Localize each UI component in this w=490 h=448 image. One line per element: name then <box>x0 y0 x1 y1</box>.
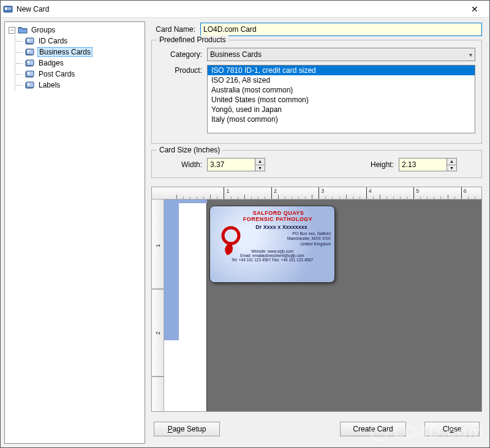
main-panel: Card Name: Predefined Products Category:… <box>149 18 489 447</box>
svg-rect-10 <box>26 49 34 54</box>
svg-rect-18 <box>26 71 34 77</box>
company-logo-icon <box>216 225 246 259</box>
card-type-icon <box>25 80 35 90</box>
svg-rect-1 <box>5 7 7 10</box>
cardsize-legend: Card Size (Inches) <box>157 146 222 154</box>
card-name-label: Card Name: <box>151 25 200 34</box>
card-type-icon <box>25 36 35 46</box>
svg-rect-15 <box>28 61 29 63</box>
tree-item-post-cards[interactable]: Post Cards <box>19 69 143 80</box>
predefined-legend: Predefined Products <box>157 35 228 44</box>
category-value: Business Cards <box>210 50 262 59</box>
ruler-v-1: 1 <box>152 202 164 289</box>
page-margin-top <box>179 200 207 203</box>
folder-icon <box>18 25 28 35</box>
sample-card[interactable]: SALFORD QUAYS FORENSIC PATHOLOGY Dr Xxxx… <box>209 206 335 283</box>
svg-rect-14 <box>26 60 34 65</box>
width-down-icon[interactable]: ▼ <box>255 165 265 171</box>
product-option[interactable]: Yongō, used in Japan <box>208 105 475 114</box>
sample-brand2: FORENSIC PATHOLOGY <box>225 216 331 222</box>
height-spinner[interactable]: ▲ ▼ <box>399 158 457 171</box>
category-select[interactable]: Business Cards ▾ <box>207 48 475 61</box>
svg-rect-11 <box>28 50 29 52</box>
card-type-icon <box>25 47 35 57</box>
width-label: Width: <box>158 160 207 169</box>
create-card-button[interactable]: Create Card <box>340 422 406 436</box>
tree-root-label: Groups <box>30 26 56 34</box>
app-icon <box>3 4 13 14</box>
titlebar: New Card ✕ <box>1 1 489 18</box>
vertical-ruler: 1 2 <box>152 200 164 411</box>
height-up-icon[interactable]: ▲ <box>447 159 456 165</box>
preview-canvas[interactable]: SALFORD QUAYS FORENSIC PATHOLOGY Dr Xxxx… <box>164 200 481 411</box>
height-label: Height: <box>362 160 399 169</box>
tree-item-label: ID Cards <box>37 37 69 45</box>
page-setup-button[interactable]: Page Setup <box>154 422 220 436</box>
ruler-v-2: 2 <box>152 289 164 377</box>
category-label: Category: <box>158 50 207 59</box>
group-tree: − Groups ID CardsBusiness CardsBadgesPos… <box>4 21 145 444</box>
product-option[interactable]: ISO 216, A8 sized <box>208 75 475 85</box>
product-option[interactable]: United States (most common) <box>208 95 475 105</box>
svg-rect-19 <box>28 72 29 74</box>
tree-item-labels[interactable]: Labels <box>19 80 143 91</box>
tree-item-id-cards[interactable]: ID Cards <box>19 35 143 47</box>
tree-item-label: Post Cards <box>37 70 76 78</box>
close-button[interactable]: Close <box>424 422 480 436</box>
tree-item-badges[interactable]: Badges <box>19 58 143 69</box>
card-name-input[interactable] <box>200 23 482 36</box>
sample-name: Dr Xxxx x Xxxxxxxx <box>232 224 331 230</box>
card-type-icon <box>25 58 35 68</box>
chevron-down-icon: ▾ <box>469 51 472 58</box>
new-card-window: New Card ✕ − Groups ID CardsBusiness Car… <box>0 0 490 448</box>
tree-root-groups[interactable]: − Groups <box>7 24 143 35</box>
cardsize-group: Card Size (Inches) Width: ▲ ▼ Height: <box>151 150 482 178</box>
tree-item-label: Badges <box>37 59 65 67</box>
product-option[interactable]: ISO 7810 ID-1, credit card sized <box>208 65 475 75</box>
window-title: New Card <box>17 5 462 13</box>
svg-rect-6 <box>26 38 34 43</box>
width-input[interactable] <box>207 158 255 171</box>
close-icon[interactable]: ✕ <box>462 4 487 14</box>
product-label: Product: <box>158 65 207 75</box>
width-spinner[interactable]: ▲ ▼ <box>207 158 265 171</box>
product-listbox[interactable]: ISO 7810 ID-1, credit card sizedISO 216,… <box>207 65 475 133</box>
product-option[interactable]: Italy (most common) <box>208 114 475 124</box>
height-input[interactable] <box>399 158 447 171</box>
height-down-icon[interactable]: ▼ <box>447 165 456 171</box>
horizontal-ruler <box>152 187 481 200</box>
svg-rect-22 <box>26 82 34 88</box>
page-margin <box>164 200 179 340</box>
predefined-group: Predefined Products Category: Business C… <box>151 40 482 144</box>
tree-item-label: Labels <box>37 81 61 89</box>
card-type-icon <box>25 69 35 79</box>
svg-rect-7 <box>28 39 29 41</box>
sample-brand1: SALFORD QUAYS <box>226 210 331 216</box>
card-preview: 1 2 SALFORD QUAYS FORENSIC PATHOLOGY Dr … <box>151 187 482 412</box>
width-up-icon[interactable]: ▲ <box>255 159 265 165</box>
product-option[interactable]: Australia (most common) <box>208 85 475 95</box>
tree-item-business-cards[interactable]: Business Cards <box>19 47 143 58</box>
collapse-icon[interactable]: − <box>9 27 15 34</box>
svg-rect-23 <box>28 83 29 85</box>
svg-point-24 <box>223 228 239 244</box>
tree-item-label: Business Cards <box>37 47 92 57</box>
